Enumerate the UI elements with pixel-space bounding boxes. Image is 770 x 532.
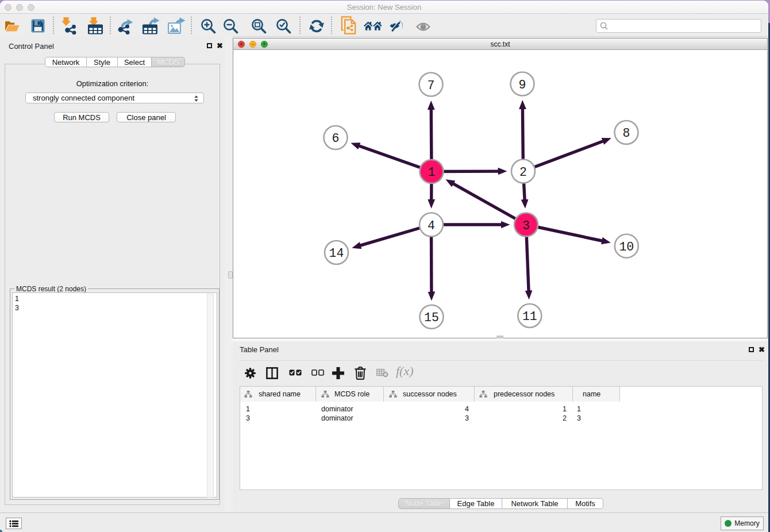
svg-text:9: 9 [519, 78, 526, 92]
svg-text:15: 15 [424, 311, 439, 325]
svg-text:8: 8 [623, 126, 630, 140]
svg-text:3: 3 [522, 219, 530, 233]
svg-text:1: 1 [428, 165, 436, 179]
svg-text:2: 2 [519, 165, 527, 179]
svg-text:10: 10 [619, 240, 634, 254]
svg-text:7: 7 [428, 79, 435, 92]
svg-text:4: 4 [428, 219, 435, 233]
svg-text:14: 14 [329, 246, 344, 260]
svg-text:11: 11 [522, 310, 537, 323]
svg-text:6: 6 [332, 132, 340, 145]
